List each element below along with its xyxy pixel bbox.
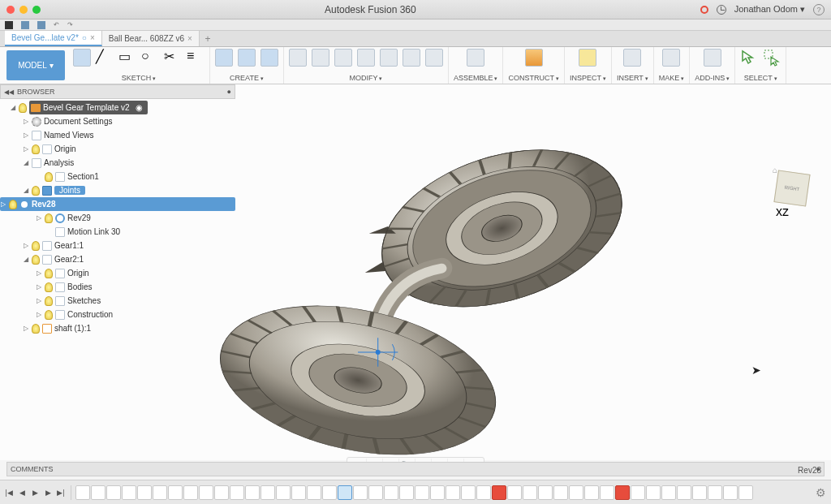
timeline-feature[interactable] xyxy=(276,485,291,500)
select-label[interactable]: SELECT xyxy=(744,74,777,82)
select-arrow-icon[interactable] xyxy=(740,49,758,67)
tree-item-gear1[interactable]: Gear1:1 xyxy=(0,239,235,252)
timeline-feature[interactable] xyxy=(399,485,414,500)
tree-item-g2-construction[interactable]: Construction xyxy=(0,308,235,321)
trim-icon[interactable]: ✂ xyxy=(164,49,182,67)
timeline-start-button[interactable]: |◀ xyxy=(3,487,15,498)
lightbulb-icon[interactable] xyxy=(32,144,40,154)
save-icon[interactable] xyxy=(37,21,45,29)
lightbulb-icon[interactable] xyxy=(45,310,53,320)
doc-tab[interactable]: Ball Bear... 608ZZ v6 × xyxy=(102,31,200,46)
timeline-feature[interactable] xyxy=(584,485,599,500)
tree-item-g2-bodies[interactable]: Bodies xyxy=(0,280,235,294)
timeline-feature[interactable] xyxy=(307,485,321,500)
lightbulb-icon[interactable] xyxy=(19,103,27,113)
tree-item-named-views[interactable]: Named Views xyxy=(0,128,235,142)
timeline-feature[interactable] xyxy=(476,485,491,500)
tree-item-origin[interactable]: Origin xyxy=(0,142,235,156)
tree-item-rev29[interactable]: Rev29 xyxy=(0,211,235,225)
tree-item-analysis[interactable]: Analysis xyxy=(0,156,235,170)
timeline-feature[interactable] xyxy=(322,485,337,500)
timeline-feature[interactable] xyxy=(538,485,553,500)
rect-icon[interactable]: ▭ xyxy=(118,49,136,67)
timeline-feature[interactable] xyxy=(600,485,614,500)
timeline-feature[interactable] xyxy=(75,485,90,500)
timeline-feature[interactable] xyxy=(353,485,368,500)
box-icon[interactable] xyxy=(215,49,233,67)
lightbulb-icon[interactable] xyxy=(9,200,17,209)
help-icon[interactable]: ? xyxy=(813,4,825,15)
timeline-feature[interactable] xyxy=(523,485,537,500)
history-icon[interactable] xyxy=(717,5,726,15)
plane-icon[interactable] xyxy=(525,49,543,67)
circle-icon[interactable]: ○ xyxy=(141,49,159,67)
timeline-feature[interactable] xyxy=(631,485,645,500)
timeline-feature[interactable] xyxy=(245,485,260,500)
revolve-icon[interactable] xyxy=(260,49,278,67)
timeline-feature[interactable] xyxy=(692,485,707,500)
timeline-feature[interactable] xyxy=(415,485,429,500)
redo-icon[interactable]: ↷ xyxy=(67,21,73,28)
timeline-feature[interactable] xyxy=(708,485,722,500)
tree-item-motion-link[interactable]: Motion Link 30 xyxy=(0,225,235,239)
timeline-feature[interactable] xyxy=(507,485,522,500)
measure-icon[interactable] xyxy=(579,49,596,67)
shell-icon[interactable] xyxy=(357,49,375,67)
timeline-feature[interactable] xyxy=(661,485,676,500)
tree-item-joints[interactable]: Joints xyxy=(0,183,235,197)
print-icon[interactable] xyxy=(662,49,680,67)
inspect-label[interactable]: INSPECT xyxy=(570,74,606,82)
comments-bar[interactable]: COMMENTS ● xyxy=(6,462,825,476)
lightbulb-icon[interactable] xyxy=(32,241,40,251)
insert-icon[interactable] xyxy=(623,49,641,67)
timeline-feature[interactable] xyxy=(153,485,167,500)
close-icon[interactable]: × xyxy=(187,34,192,43)
move-icon[interactable] xyxy=(403,49,420,67)
collapse-icon[interactable]: ◀◀ xyxy=(4,88,14,96)
tree-item-gear2[interactable]: Gear2:1 xyxy=(0,252,235,266)
timeline-feature-error[interactable] xyxy=(615,485,630,500)
tree-root[interactable]: Bevel Gear Template v2◉ xyxy=(0,101,235,114)
sketch-create-icon[interactable] xyxy=(73,49,91,67)
chamfer-icon[interactable] xyxy=(334,49,352,67)
timeline-prev-button[interactable]: ◀ xyxy=(16,487,28,498)
create-label[interactable]: CREATE xyxy=(230,74,264,82)
timeline-feature[interactable] xyxy=(199,485,213,500)
doc-tab-active[interactable]: Bevel Ge...late v2* ○ × xyxy=(5,31,102,46)
presspull-icon[interactable] xyxy=(289,49,307,67)
tree-item-g2-origin[interactable]: Origin xyxy=(0,266,235,280)
timeline-feature[interactable] xyxy=(569,485,583,500)
lightbulb-icon[interactable] xyxy=(45,282,53,292)
home-icon[interactable]: ⌂ xyxy=(773,166,777,174)
construct-label[interactable]: CONSTRUCT xyxy=(508,74,558,82)
record-icon[interactable] xyxy=(700,6,708,14)
extrude-icon[interactable] xyxy=(238,49,256,67)
timeline-feature[interactable] xyxy=(461,485,476,500)
joint-icon[interactable] xyxy=(467,49,484,67)
pin-icon[interactable]: ● xyxy=(227,88,231,96)
insert-label[interactable]: INSERT xyxy=(617,74,648,82)
tree-item-shaft[interactable]: shaft (1):1 xyxy=(0,321,235,335)
user-menu[interactable]: Jonathan Odom ▾ xyxy=(734,4,805,15)
timeline-feature[interactable] xyxy=(430,485,445,500)
timeline-feature[interactable] xyxy=(106,485,121,500)
browser-header[interactable]: ◀◀ BROWSER ● xyxy=(0,84,235,99)
timeline-track[interactable] xyxy=(75,485,828,500)
workspace-switcher[interactable]: MODEL▾ xyxy=(6,50,65,80)
select-window-icon[interactable] xyxy=(763,49,781,67)
lightbulb-icon[interactable] xyxy=(45,269,53,278)
timeline-feature[interactable] xyxy=(738,485,753,500)
lightbulb-icon[interactable] xyxy=(32,255,40,265)
close-window-button[interactable] xyxy=(6,6,15,14)
timeline-next-button[interactable]: ▶ xyxy=(42,487,54,498)
timeline-feature[interactable] xyxy=(446,485,460,500)
timeline-feature[interactable] xyxy=(368,485,383,500)
timeline-feature-error[interactable] xyxy=(492,485,506,500)
timeline-feature[interactable] xyxy=(168,485,183,500)
timeline-feature[interactable] xyxy=(723,485,738,500)
lightbulb-icon[interactable] xyxy=(32,186,40,196)
minimize-window-button[interactable] xyxy=(19,6,28,14)
tree-item-g2-sketches[interactable]: Sketches xyxy=(0,294,235,308)
modify-label[interactable]: MODIFY xyxy=(350,74,383,82)
view-cube[interactable]: ⌂ RIGHT xz xyxy=(776,172,821,218)
